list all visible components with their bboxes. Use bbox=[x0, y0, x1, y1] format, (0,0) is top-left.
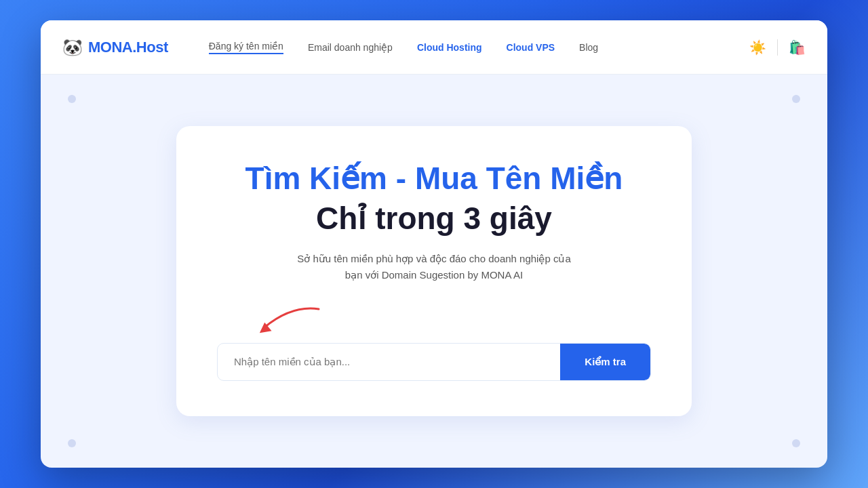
hero-card: Tìm Kiếm - Mua Tên Miền Chỉ trong 3 giây… bbox=[176, 126, 692, 416]
arrow-container bbox=[217, 304, 651, 338]
nav-cloud-hosting[interactable]: Cloud Hosting bbox=[417, 42, 482, 53]
nav-right: ☀️ 🛍️ bbox=[749, 39, 806, 56]
logo-text: MONA.Host bbox=[88, 39, 168, 56]
nav-domain[interactable]: Đăng ký tên miền bbox=[209, 41, 283, 54]
hero-subtitle: Sở hữu tên miền phù hợp và độc đáo cho d… bbox=[292, 251, 576, 283]
browser-window: 🐼 MONA.Host Đăng ký tên miền Email doanh… bbox=[41, 20, 827, 468]
nav-blog[interactable]: Blog bbox=[579, 42, 598, 53]
logo-text-black: MONA bbox=[88, 39, 132, 56]
theme-toggle-icon[interactable]: ☀️ bbox=[749, 39, 766, 56]
main-content: Tìm Kiếm - Mua Tên Miền Chỉ trong 3 giây… bbox=[41, 75, 827, 468]
logo-icon: 🐼 bbox=[62, 38, 83, 57]
nav-email[interactable]: Email doanh nghiệp bbox=[308, 42, 393, 53]
hero-title-blue: Tìm Kiếm - Mua Tên Miền bbox=[245, 161, 623, 196]
dot-bottom-right bbox=[792, 439, 800, 447]
domain-search-input[interactable] bbox=[218, 344, 560, 380]
nav-divider bbox=[777, 39, 778, 56]
cart-icon[interactable]: 🛍️ bbox=[789, 39, 806, 56]
search-button[interactable]: Kiểm tra bbox=[560, 344, 650, 380]
logo[interactable]: 🐼 MONA.Host bbox=[62, 38, 168, 57]
dot-bottom-left bbox=[68, 439, 76, 447]
nav-links: Đăng ký tên miền Email doanh nghiệp Clou… bbox=[209, 41, 749, 54]
dot-top-right bbox=[792, 95, 800, 103]
dot-top-left bbox=[68, 95, 76, 103]
search-row: Kiểm tra bbox=[217, 343, 651, 381]
navbar: 🐼 MONA.Host Đăng ký tên miền Email doanh… bbox=[41, 20, 827, 75]
arrow-icon bbox=[251, 304, 332, 338]
nav-cloud-vps[interactable]: Cloud VPS bbox=[507, 42, 555, 53]
hero-title-dark: Chỉ trong 3 giây bbox=[316, 200, 552, 237]
logo-text-blue: Host bbox=[136, 39, 168, 56]
